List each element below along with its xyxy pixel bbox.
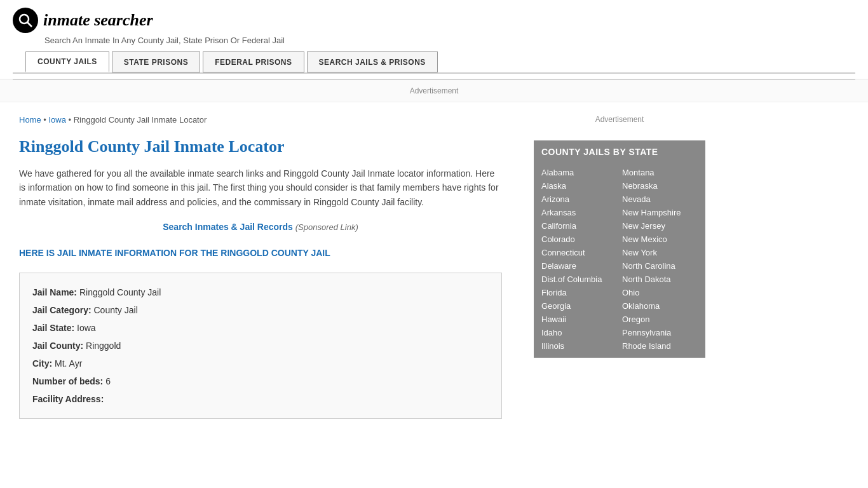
state-link[interactable]: Idaho	[539, 326, 620, 339]
state-link[interactable]: North Dakota	[620, 273, 700, 286]
field-label-city: City:	[32, 358, 55, 369]
state-link[interactable]: North Carolina	[620, 259, 700, 273]
state-link[interactable]: Oregon	[620, 313, 700, 326]
state-link[interactable]: Alaska	[539, 179, 620, 193]
field-label-jail-state: Jail State:	[32, 323, 77, 333]
field-label-jail-name: Jail Name:	[32, 287, 79, 297]
field-value-jail-category: County Jail	[93, 305, 137, 315]
state-link[interactable]: Arkansas	[539, 206, 620, 219]
sponsored-suffix: (Sponsored Link)	[295, 222, 358, 232]
field-label-jail-category: Jail Category:	[32, 305, 93, 315]
info-section-heading: HERE IS JAIL INMATE INFORMATION FOR THE …	[19, 247, 502, 260]
svg-point-0	[20, 15, 29, 24]
sidebar: Advertisement COUNTY JAILS BY STATE Alab…	[521, 102, 718, 431]
state-link[interactable]: Hawaii	[539, 313, 620, 326]
state-link[interactable]: Colorado	[539, 233, 620, 246]
state-link[interactable]: Delaware	[539, 259, 620, 273]
field-jail-name: Jail Name: Ringgold County Jail	[32, 283, 489, 301]
state-link[interactable]: New Hampshire	[620, 206, 700, 219]
state-link[interactable]: Dist.of Columbia	[539, 273, 620, 286]
state-box: COUNTY JAILS BY STATE AlabamaAlaskaArizo…	[534, 140, 705, 358]
state-link[interactable]: New Jersey	[620, 219, 700, 233]
page-description: We have gathered for you all the availab…	[19, 166, 502, 209]
field-jail-category: Jail Category: County Jail	[32, 301, 489, 319]
field-jail-county: Jail County: Ringgold	[32, 337, 489, 355]
state-link[interactable]: Arizona	[539, 193, 620, 206]
field-address: Facility Address:	[32, 390, 489, 408]
state-link[interactable]: Florida	[539, 286, 620, 299]
nav-county-jails[interactable]: COUNTY JAILS	[25, 51, 109, 72]
state-link[interactable]: California	[539, 219, 620, 233]
state-link[interactable]: Pennsylvania	[620, 326, 700, 339]
site-tagline: Search An Inmate In Any County Jail, Sta…	[44, 36, 855, 45]
state-link[interactable]: Illinois	[539, 339, 620, 353]
state-link[interactable]: New Mexico	[620, 233, 700, 246]
field-city: City: Mt. Ayr	[32, 355, 489, 372]
state-grid: AlabamaAlaskaArizonaArkansasCaliforniaCo…	[534, 163, 705, 358]
ad-banner-top: Advertisement	[0, 80, 868, 102]
state-link[interactable]: Rhode Island	[620, 339, 700, 353]
state-link[interactable]: Connecticut	[539, 246, 620, 259]
sidebar-ad: Advertisement	[534, 109, 705, 130]
field-jail-state: Jail State: Iowa	[32, 319, 489, 337]
field-value-city: Mt. Ayr	[55, 358, 82, 369]
field-value-jail-state: Iowa	[77, 323, 96, 333]
state-col-2: MontanaNebraskaNevadaNew HampshireNew Je…	[620, 166, 700, 353]
state-link[interactable]: Montana	[620, 166, 700, 179]
field-label-beds: Number of beds:	[32, 376, 105, 386]
field-beds: Number of beds: 6	[32, 372, 489, 390]
state-link[interactable]: Nevada	[620, 193, 700, 206]
nav-search-jails[interactable]: SEARCH JAILS & PRISONS	[307, 51, 438, 72]
state-link[interactable]: New York	[620, 246, 700, 259]
state-link[interactable]: Ohio	[620, 286, 700, 299]
svg-line-1	[27, 22, 32, 27]
field-label-jail-county: Jail County:	[32, 341, 86, 351]
field-label-address: Facility Address:	[32, 394, 104, 404]
breadcrumb-home[interactable]: Home	[19, 115, 41, 125]
logo-icon	[13, 8, 38, 33]
state-box-title: COUNTY JAILS BY STATE	[534, 140, 705, 163]
nav-federal-prisons[interactable]: FEDERAL PRISONS	[203, 51, 304, 72]
state-link[interactable]: Oklahoma	[620, 299, 700, 313]
site-logo: inmate searcher	[43, 11, 153, 30]
state-link[interactable]: Georgia	[539, 299, 620, 313]
state-link[interactable]: Nebraska	[620, 179, 700, 193]
nav-state-prisons[interactable]: STATE PRISONS	[112, 51, 200, 72]
main-nav: COUNTY JAILS STATE PRISONS FEDERAL PRISO…	[13, 51, 855, 74]
jail-info-box: Jail Name: Ringgold County Jail Jail Cat…	[19, 273, 502, 419]
state-link[interactable]: Alabama	[539, 166, 620, 179]
breadcrumb-state[interactable]: Iowa	[48, 115, 65, 125]
field-value-jail-county: Ringgold	[86, 341, 121, 351]
sponsored-link-area: Search Inmates & Jail Records (Sponsored…	[19, 222, 502, 232]
breadcrumb: Home • Iowa • Ringgold County Jail Inmat…	[19, 115, 502, 125]
field-value-jail-name: Ringgold County Jail	[79, 287, 161, 297]
field-value-beds: 6	[105, 376, 111, 386]
page-title: Ringgold County Jail Inmate Locator	[19, 137, 502, 156]
state-col-1: AlabamaAlaskaArizonaArkansasCaliforniaCo…	[539, 166, 620, 353]
sponsored-link[interactable]: Search Inmates & Jail Records	[163, 222, 293, 232]
breadcrumb-current: Ringgold County Jail Inmate Locator	[74, 115, 207, 125]
